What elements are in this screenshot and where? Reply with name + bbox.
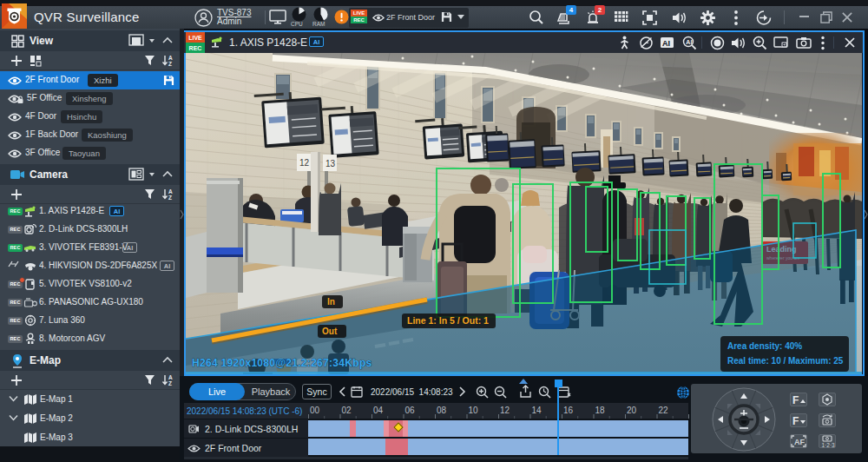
svg-text:Line 1: In 5 / Out: 1: Line 1: In 5 / Out: 1 <box>407 315 489 326</box>
svg-text:08: 08 <box>437 406 447 415</box>
svg-text:Area density: 40%: Area density: 40% <box>727 341 802 351</box>
svg-text:AI: AI <box>686 38 693 46</box>
svg-text:13: 13 <box>326 159 336 168</box>
svg-text:06: 06 <box>405 406 416 415</box>
svg-text:Real time: 10 / Maximum: 25: Real time: 10 / Maximum: 25 <box>727 356 844 366</box>
svg-text:10: 10 <box>469 406 479 415</box>
svg-text:Out: Out <box>322 327 338 336</box>
svg-text:A: A <box>168 188 173 195</box>
svg-text:1·2·3: 1·2·3 <box>822 442 836 448</box>
svg-text:12: 12 <box>299 158 310 168</box>
svg-text:A: A <box>168 374 173 380</box>
svg-text:16: 16 <box>563 406 574 415</box>
svg-text:F: F <box>792 415 799 426</box>
svg-text:Z: Z <box>168 61 172 67</box>
svg-text:14: 14 <box>532 406 542 415</box>
svg-text:20: 20 <box>627 406 637 415</box>
svg-text:22: 22 <box>659 406 669 415</box>
svg-text:02: 02 <box>342 406 352 415</box>
svg-text:00: 00 <box>310 406 320 415</box>
svg-text:In: In <box>327 297 335 307</box>
svg-text:A: A <box>168 55 173 61</box>
svg-text:Z: Z <box>168 195 172 201</box>
svg-text:H264 1920x1080@21.2:267:34Kbps: H264 1920x1080@21.2:267:34Kbps <box>192 357 372 369</box>
svg-text:AI: AI <box>662 39 670 48</box>
svg-text:12: 12 <box>500 406 510 415</box>
svg-text:18: 18 <box>595 406 606 415</box>
svg-text:AF: AF <box>794 438 805 446</box>
svg-text:Z: Z <box>168 380 172 386</box>
svg-text:F: F <box>792 394 799 406</box>
svg-text:04: 04 <box>373 406 384 415</box>
